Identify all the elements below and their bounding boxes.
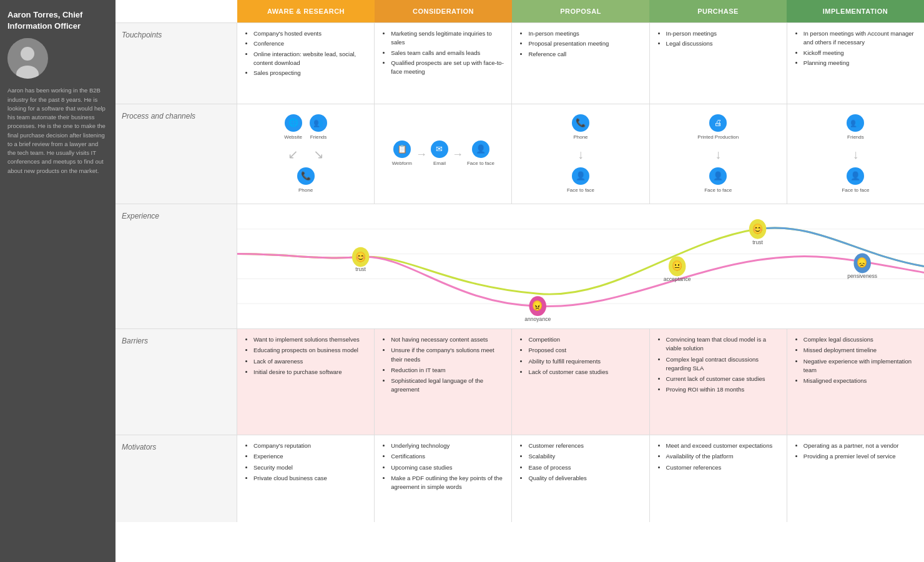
barriers-cell-0: Want to implement solutions themselves E… [237, 329, 375, 435]
list-item: Meet and exceed customer expectations [666, 441, 779, 450]
process-diagram-0: 🌐 Website 👥 Friends ↙↘ [284, 109, 327, 199]
list-item: Convincing team that cloud model is a vi… [666, 335, 779, 353]
touchpoints-list-0: Company's hosted events Conference Onlin… [245, 29, 366, 77]
list-item: Private cloud business case [253, 474, 366, 483]
barriers-cell-1: Not having necessary content assets Unsu… [375, 329, 512, 435]
barriers-list-4: Complex legal discussions Missed deploym… [795, 335, 917, 385]
list-item: Qualified prospects are set up with face… [391, 59, 504, 77]
svg-text:trust: trust [355, 266, 366, 273]
touchpoints-section: Touchpoints Company's hosted events Conf… [115, 22, 924, 104]
svg-text:trust: trust [752, 239, 763, 245]
phase-cells: AWARE & RESEARCH CONSIDERATION PROPOSAL … [237, 0, 924, 22]
motivators-list-1: Underlying technology Certifications Upc… [382, 441, 504, 491]
email-icon: ✉ Email [431, 140, 448, 167]
process-cell-1: 📋 Webform → ✉ Email → 👤 [375, 104, 512, 204]
motivators-cell-0: Company's reputation Experience Security… [237, 435, 375, 522]
list-item: Ease of process [528, 463, 641, 472]
phone-icon-2: 📞 Phone [572, 114, 589, 141]
process-section: Process and channels 🌐 Website [115, 104, 924, 204]
list-item: Sophisticated legal language of the agre… [391, 377, 504, 395]
content-area: AWARE & RESEARCH CONSIDERATION PROPOSAL … [115, 0, 924, 562]
barriers-cell-3: Convincing team that cloud model is a vi… [650, 329, 787, 435]
list-item: Proving ROI within 18 months [666, 385, 779, 394]
list-item: Complex legal discussions [804, 335, 917, 344]
motivators-cell-1: Underlying technology Certifications Upc… [375, 435, 512, 522]
motivators-cell-3: Meet and exceed customer expectations Av… [650, 435, 787, 522]
barriers-cell-4: Complex legal discussions Missed deploym… [787, 329, 924, 435]
list-item: Operating as a partner, not a vendor [804, 441, 917, 450]
list-item: Customer references [528, 441, 641, 450]
svg-text:😠: 😠 [532, 300, 543, 312]
experience-section: Experience [115, 204, 924, 328]
svg-text:pensiveness: pensiveness [847, 273, 877, 280]
motivators-section: Motivators Company's reputation Experien… [115, 435, 924, 522]
list-item: Security model [253, 463, 366, 472]
process-cell-0: 🌐 Website 👥 Friends ↙↘ [237, 104, 375, 204]
phase-aware: AWARE & RESEARCH [237, 0, 375, 22]
list-item: Availability of the platform [666, 452, 779, 461]
sidebar: Aaron Torres, Chief Information Officer … [0, 0, 115, 562]
process-cell-3: 🖨 Printed Production ↓ 👤 Face to face [650, 104, 787, 204]
list-item: Experience [253, 452, 366, 461]
barriers-cell-2: Competition Proposed cost Ability to ful… [512, 329, 649, 435]
friends-icon-2: 👥 Friends [847, 114, 864, 141]
list-item: Company's hosted events [253, 29, 366, 38]
down-arrow-3: ↓ [715, 145, 721, 164]
list-item: Planning meeting [804, 59, 917, 67]
list-item: Educating prospects on business model [253, 346, 366, 355]
motivators-list-3: Meet and exceed customer expectations Av… [657, 441, 779, 472]
down-arrow-2: ↓ [578, 145, 584, 164]
touchpoints-cell-4: In person meetings with Account manager … [787, 23, 924, 104]
process-label: Process and channels [115, 104, 237, 204]
process-diagram-4: 👥 Friends ↓ 👤 Face to face [842, 109, 869, 199]
list-item: Conference [253, 39, 366, 48]
friends-icon: 👥 Friends [310, 114, 327, 141]
svg-point-1 [21, 47, 34, 61]
barriers-list-1: Not having necessary content assets Unsu… [382, 335, 504, 395]
touchpoints-cell-0: Company's hosted events Conference Onlin… [237, 23, 375, 104]
main-container: Aaron Torres, Chief Information Officer … [0, 0, 924, 562]
list-item: Sales prospecting [253, 69, 366, 77]
phase-consideration: CONSIDERATION [375, 0, 512, 22]
motivators-content: Company's reputation Experience Security… [237, 435, 924, 522]
down-arrow-4: ↓ [852, 145, 858, 164]
svg-text:😞: 😞 [857, 257, 868, 269]
list-item: Kickoff meeting [804, 49, 917, 57]
barriers-list-3: Convincing team that cloud model is a vi… [657, 335, 779, 395]
list-item: Reference call [528, 50, 641, 59]
motivators-cell-2: Customer references Scalability Ease of … [512, 435, 649, 522]
phases-header: AWARE & RESEARCH CONSIDERATION PROPOSAL … [115, 0, 924, 22]
list-item: Proposed cost [528, 346, 641, 355]
website-icon: 🌐 Website [284, 114, 302, 141]
motivators-list-4: Operating as a partner, not a vendor Pro… [795, 441, 917, 461]
list-item: Missed deployment timeline [804, 346, 917, 355]
printed-icon: 🖨 Printed Production [697, 114, 739, 141]
list-item: Underlying technology [391, 441, 504, 450]
face-to-face-icon-2: 👤 Face to face [567, 167, 594, 194]
list-item: Certifications [391, 452, 504, 461]
touchpoints-cell-2: In-person meetings Proposal presentation… [512, 23, 649, 104]
phase-implementation: IMPLEMENTATION [787, 0, 924, 22]
list-item: In-person meetings [528, 29, 641, 38]
process-content: 🌐 Website 👥 Friends ↙↘ [237, 104, 924, 204]
list-item: Scalability [528, 452, 641, 461]
svg-text:acceptance: acceptance [664, 276, 691, 283]
list-item: Quality of deliverables [528, 474, 641, 483]
list-item: Customer references [666, 463, 779, 472]
list-item: Want to implement solutions themselves [253, 335, 366, 344]
phase-proposal: PROPOSAL [512, 0, 649, 22]
list-item: Competition [528, 335, 641, 344]
list-item: Negative experience with implementation … [804, 357, 917, 375]
list-item: Online interaction: website lead, social… [253, 50, 366, 68]
phase-purchase: PURCHASE [649, 0, 787, 22]
process-diagram-2: 📞 Phone ↓ 👤 Face to face [567, 109, 594, 199]
persona-bio: Aaron has been working in the B2B indust… [7, 86, 108, 175]
svg-text:annoyance: annoyance [524, 315, 551, 322]
avatar [7, 38, 48, 79]
motivators-list-2: Customer references Scalability Ease of … [519, 441, 641, 483]
touchpoints-list-1: Marketing sends legitimate inquiries to … [382, 29, 504, 76]
webform-icon: 📋 Webform [392, 140, 412, 167]
motivators-label: Motivators [115, 435, 237, 522]
touchpoints-cell-1: Marketing sends legitimate inquiries to … [375, 23, 512, 104]
experience-label: Experience [115, 204, 237, 328]
